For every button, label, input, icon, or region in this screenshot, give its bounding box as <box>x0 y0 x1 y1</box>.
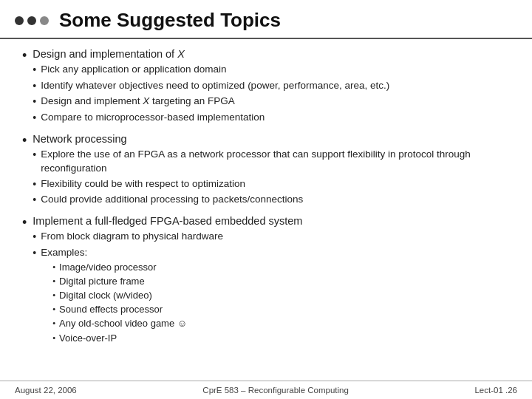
footer-course: CprE 583 – Reconfigurable Computing <box>77 386 475 395</box>
sub-item-2-2: • Flexibility could be with respect to o… <box>33 177 510 192</box>
sub-item-2-1-text: Explore the use of an FPGA as a network … <box>41 148 510 176</box>
sub-list-1: • Pick any application or application do… <box>33 63 389 125</box>
content-area: • Design and implementation of X • Pick … <box>0 39 532 381</box>
subsub-bullet-3-5: • <box>52 318 55 327</box>
sub-item-2-1: • Explore the use of an FPGA as a networ… <box>33 148 510 176</box>
sub-item-3-1: • From block diagram to physical hardwar… <box>33 230 302 245</box>
sub-item-1-2: • Identify whatever objectives need to o… <box>33 79 389 94</box>
sub-bullet-1-2: • <box>33 79 36 94</box>
main-item-3-text: Implement a full-fledged FPGA-based embe… <box>33 214 302 228</box>
subsub-item-3-2: • Digital picture frame <box>52 275 187 288</box>
bullet-1: • <box>22 47 27 64</box>
title-bar: Some Suggested Topics <box>0 0 532 39</box>
bullet-2: • <box>22 132 27 149</box>
sub-list-2: • Explore the use of an FPGA as a networ… <box>33 148 510 208</box>
subsub-item-3-4-text: Sound effects processor <box>59 303 163 316</box>
main-item-2: • Network processing • Explore the use o… <box>22 132 510 209</box>
main-item-1-content: Design and implementation of X • Pick an… <box>33 47 389 127</box>
sub-bullet-3-2: • <box>33 246 36 261</box>
subsub-item-3-1: • Image/video processor <box>52 261 187 274</box>
sub-item-2-3: • Could provide additional processing to… <box>33 193 510 208</box>
main-item-1-text: Design and implementation of X <box>33 47 389 61</box>
subsub-item-3-1-text: Image/video processor <box>59 261 157 274</box>
main-item-2-content: Network processing • Explore the use of … <box>33 132 510 209</box>
sub-item-2-3-text: Could provide additional processing to p… <box>41 193 303 207</box>
sub-bullet-2-1: • <box>33 148 36 163</box>
sub-item-3-2-text: Examples: <box>41 247 87 258</box>
subsub-item-3-6-text: Voice-over-IP <box>59 332 117 345</box>
main-item-3: • Implement a full-fledged FPGA-based em… <box>22 214 510 347</box>
slide-container: Some Suggested Topics • Design and imple… <box>0 0 532 399</box>
sub-item-3-2: • Examples: • Image/video processor <box>33 246 302 346</box>
subsub-bullet-3-2: • <box>52 276 55 285</box>
bullet-3: • <box>22 214 27 231</box>
sub-bullet-2-2: • <box>33 177 36 192</box>
sub-bullet-1-1: • <box>33 63 36 78</box>
sub-item-3-1-text: From block diagram to physical hardware <box>41 230 223 244</box>
sub-bullet-3-1: • <box>33 230 36 245</box>
sub-bullet-1-3: • <box>33 95 36 109</box>
sub-item-1-1: • Pick any application or application do… <box>33 63 389 78</box>
main-item-3-content: Implement a full-fledged FPGA-based embe… <box>33 214 302 347</box>
main-item-2-text: Network processing <box>33 132 510 146</box>
sub-item-1-2-text: Identify whatever objectives need to opt… <box>41 79 389 93</box>
sub-item-1-3: • Design and implement X targeting an FP… <box>33 95 389 109</box>
dot-2 <box>27 16 36 25</box>
subsub-item-3-5: • Any old-school video game ☺ <box>52 317 187 330</box>
subsub-bullet-3-1: • <box>52 262 55 271</box>
dot-3 <box>40 16 49 25</box>
dot-1 <box>15 16 24 25</box>
sub-bullet-1-4: • <box>33 111 36 126</box>
footer-date: August 22, 2006 <box>15 386 77 395</box>
subsub-bullet-3-3: • <box>52 290 55 299</box>
sub-bullet-2-3: • <box>33 193 36 208</box>
slide-title: Some Suggested Topics <box>59 9 281 32</box>
footer: August 22, 2006 CprE 583 – Reconfigurabl… <box>0 381 532 399</box>
title-dots <box>15 16 49 25</box>
sub-item-1-3-text: Design and implement X targeting an FPGA <box>41 95 235 109</box>
main-item-1: • Design and implementation of X • Pick … <box>22 47 510 127</box>
sub-item-1-1-text: Pick any application or application doma… <box>41 63 226 77</box>
subsub-item-3-3: • Digital clock (w/video) <box>52 289 187 302</box>
sub-list-3: • From block diagram to physical hardwar… <box>33 230 302 346</box>
subsub-bullet-3-4: • <box>52 304 55 313</box>
subsub-item-3-3-text: Digital clock (w/video) <box>59 289 152 302</box>
subsub-item-3-4: • Sound effects processor <box>52 303 187 316</box>
subsub-item-3-5-text: Any old-school video game ☺ <box>59 317 187 330</box>
subsub-item-3-6: • Voice-over-IP <box>52 332 187 345</box>
main-list: • Design and implementation of X • Pick … <box>22 47 510 347</box>
sub-item-3-2-content: Examples: • Image/video processor • Digi… <box>41 246 187 346</box>
sub-item-1-4-text: Compare to microprocessor-based implemen… <box>41 111 265 125</box>
sub-item-1-4: • Compare to microprocessor-based implem… <box>33 111 389 126</box>
subsub-bullet-3-6: • <box>52 333 55 342</box>
sub-item-2-2-text: Flexibility could be with respect to opt… <box>41 177 245 191</box>
sub-sub-list-3: • Image/video processor • Digital pictur… <box>52 261 187 345</box>
footer-page: Lect-01 .26 <box>474 386 517 395</box>
subsub-item-3-2-text: Digital picture frame <box>59 275 145 288</box>
